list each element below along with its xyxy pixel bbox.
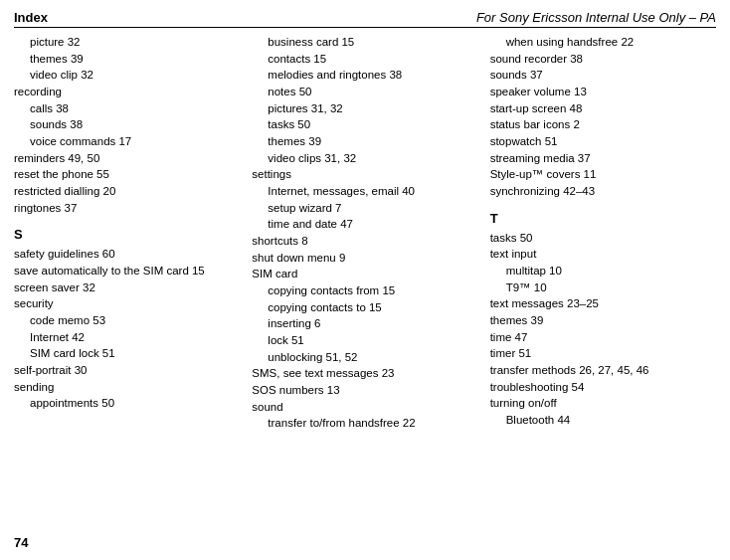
- column-2: business card 15contacts 15melodies and …: [246, 34, 483, 526]
- index-entry: sounds 38: [14, 116, 240, 133]
- index-entry: copying contacts from 15: [252, 282, 477, 299]
- section-letter: S: [14, 226, 240, 245]
- index-entry: picture 32: [14, 34, 240, 51]
- index-entry: security: [14, 295, 240, 312]
- index-entry: reset the phone 55: [14, 166, 240, 183]
- index-entry: tasks 50: [252, 116, 477, 133]
- index-entry: voice commands 17: [14, 133, 240, 150]
- index-entry: Internet, messages, email 40: [252, 183, 477, 200]
- index-entry: turning on/off: [490, 395, 716, 412]
- index-entry: text input: [490, 246, 716, 263]
- index-entry: sending: [14, 379, 240, 396]
- page: Index For Sony Ericsson Internal Use Onl…: [0, 0, 730, 560]
- index-entry: sound recorder 38: [490, 51, 716, 68]
- index-entry: recording: [14, 84, 240, 100]
- index-entry: themes 39: [252, 133, 477, 150]
- index-entry: video clips 31, 32: [252, 150, 477, 167]
- section-letter: T: [490, 210, 716, 229]
- index-entry: start-up screen 48: [490, 100, 716, 117]
- index-entry: transfer to/from handsfree 22: [252, 415, 477, 432]
- index-entry: Internet 42: [14, 329, 240, 346]
- index-entry: calls 38: [14, 100, 240, 117]
- index-entry: status bar icons 2: [490, 116, 716, 133]
- index-entry: when using handsfree 22: [490, 34, 716, 51]
- index-entry: self-portrait 30: [14, 362, 240, 379]
- index-entry: stopwatch 51: [490, 133, 716, 150]
- page-header: Index For Sony Ericsson Internal Use Onl…: [14, 10, 716, 28]
- index-entry: T9™ 10: [490, 280, 716, 296]
- index-entry: save automatically to the SIM card 15: [14, 263, 240, 280]
- index-entry: inserting 6: [252, 315, 477, 332]
- index-entry: safety guidelines 60: [14, 246, 240, 263]
- index-entry: time 47: [490, 329, 716, 346]
- index-entry: business card 15: [252, 34, 477, 51]
- index-entry: pictures 31, 32: [252, 100, 477, 117]
- index-entry: time and date 47: [252, 216, 477, 233]
- index-entry: restricted dialling 20: [14, 183, 240, 200]
- index-entry: multitap 10: [490, 263, 716, 280]
- index-entry: code memo 53: [14, 312, 240, 329]
- column-1: picture 32themes 39video clip 32recordin…: [14, 34, 246, 526]
- content-area: picture 32themes 39video clip 32recordin…: [14, 34, 716, 526]
- index-entry: sounds 37: [490, 67, 716, 84]
- index-entry: lock 51: [252, 332, 477, 349]
- index-entry: troubleshooting 54: [490, 379, 716, 396]
- index-entry: tasks 50: [490, 230, 716, 247]
- header-index-label: Index: [14, 10, 48, 25]
- index-entry: sound: [252, 399, 477, 416]
- index-entry: notes 50: [252, 84, 477, 100]
- index-entry: setup wizard 7: [252, 200, 477, 217]
- index-entry: themes 39: [14, 51, 240, 68]
- index-entry: themes 39: [490, 312, 716, 329]
- index-entry: streaming media 37: [490, 150, 716, 167]
- index-entry: contacts 15: [252, 51, 477, 68]
- index-entry: Bluetooth 44: [490, 412, 716, 429]
- index-entry: transfer methods 26, 27, 45, 46: [490, 362, 716, 379]
- index-entry: ringtones 37: [14, 200, 240, 217]
- page-number: 74: [14, 535, 28, 550]
- index-entry: SIM card lock 51: [14, 345, 240, 362]
- index-entry: speaker volume 13: [490, 84, 716, 100]
- column-3: when using handsfree 22sound recorder 38…: [484, 34, 716, 526]
- index-entry: SIM card: [252, 266, 477, 282]
- index-entry: appointments 50: [14, 395, 240, 412]
- index-entry: SOS numbers 13: [252, 382, 477, 399]
- index-entry: shut down menu 9: [252, 250, 477, 267]
- index-entry: SMS, see text messages 23: [252, 365, 477, 382]
- index-entry: video clip 32: [14, 67, 240, 84]
- index-entry: settings: [252, 166, 477, 183]
- index-entry: timer 51: [490, 345, 716, 362]
- index-entry: melodies and ringtones 38: [252, 67, 477, 84]
- index-entry: unblocking 51, 52: [252, 349, 477, 366]
- index-entry: text messages 23–25: [490, 295, 716, 312]
- index-entry: shortcuts 8: [252, 233, 477, 250]
- index-entry: reminders 49, 50: [14, 150, 240, 167]
- index-entry: copying contacts to 15: [252, 299, 477, 316]
- index-entry: synchronizing 42–43: [490, 183, 716, 200]
- index-entry: Style-up™ covers 11: [490, 166, 716, 183]
- header-title: For Sony Ericsson Internal Use Only – PA: [476, 10, 716, 25]
- index-entry: screen saver 32: [14, 280, 240, 296]
